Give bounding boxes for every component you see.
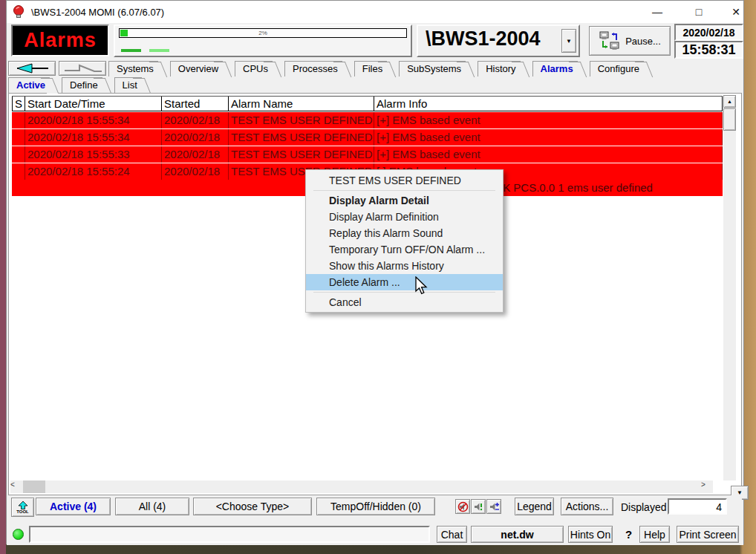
window-title: \BWS1-2004 MOMI (6.07/6.07) [31,7,164,18]
column-header-name: Alarm Name [229,97,374,111]
momi-window: \BWS1-2004 MOMI (6.07/6.07) — □ ✕ Alarms… [6,0,744,544]
scroll-up-icon: ▲ [727,99,732,104]
status-light-icon [13,529,24,540]
close-button[interactable]: ✕ [721,1,751,23]
maximize-button[interactable]: □ [684,1,714,23]
back-arrow-icon [11,62,53,74]
column-header-info: Alarm Info [374,97,723,111]
question-mark-label[interactable]: ? [625,528,632,541]
tab-subsystems[interactable]: SubSystems [399,61,466,76]
chevron-down-icon: ▼ [566,38,572,45]
menu-item-cancel[interactable]: Cancel [306,294,503,310]
displayed-label: Displayed [621,501,666,513]
menu-item-replay-alarm-sound[interactable]: Replay this Alarm Sound [306,225,503,241]
minimize-icon: — [652,6,662,18]
alarm-row[interactable]: 2020/02/18 15:55:34 2020/02/18 TEST EMS … [12,129,723,146]
scroll-right-icon: > [701,480,706,489]
scroll-left-button[interactable]: < [10,480,22,493]
vertical-scroll-thumb[interactable] [723,108,736,131]
sound-on-button[interactable] [471,499,486,514]
main-tab-row: Systems Overview CPUs Processes Files Su… [7,60,743,76]
print-screen-button[interactable]: Print Screen [677,526,739,543]
tab-cpus[interactable]: CPUs [235,61,273,76]
menu-item-display-alarm-definition[interactable]: Display Alarm Definition [306,209,503,225]
datetime-panel: 2020/02/18 15:58:31 [674,24,743,59]
help-button[interactable]: Help [639,526,670,543]
tool-label: TOOL [16,509,29,514]
chat-button[interactable]: Chat [437,526,467,543]
filter-tempoff-hidden-button[interactable]: TempOff/Hidden (0) [316,498,435,515]
sound-add-icon [489,501,500,512]
legend-button[interactable]: Legend [515,498,554,515]
column-header-start: Start Date/Time [25,97,162,111]
system-name: \BWS1-2004 [426,27,541,50]
tab-configure[interactable]: Configure [590,61,644,76]
scroll-right-button[interactable]: > [701,480,713,493]
sub-tab-row: Active Define List [7,76,743,93]
tab-alarms[interactable]: Alarms [532,61,578,76]
horizontal-scrollbar[interactable]: < > [10,480,713,493]
progress-bar: 2% [119,28,407,38]
activity-dash-1 [121,49,141,52]
back-arrow-button[interactable] [8,61,56,76]
footer-controls: TOOL Active (4) All (4) <Choose Type> Te… [8,495,742,518]
actions-button[interactable]: Actions... [561,498,613,515]
filter-active-button[interactable]: Active (4) [36,498,111,515]
pause-label: Pause... [625,36,661,47]
status-message-field [29,526,430,543]
context-menu-title: TEST EMS USER DEFINED [306,172,503,189]
system-dropdown-button[interactable]: ▼ [561,29,576,53]
subtab-active[interactable]: Active [8,77,50,93]
tab-files[interactable]: Files [354,61,387,76]
pause-button[interactable]: Pause... [589,26,671,56]
displayed-count: 4 [668,498,727,515]
alarms-indicator[interactable]: Alarms [11,25,109,56]
tab-processes[interactable]: Processes [284,61,342,76]
step-line-icon [62,62,103,74]
app-lightbulb-icon [12,4,25,19]
sound-on-icon [473,501,484,512]
filter-all-button[interactable]: All (4) [115,498,189,515]
menu-item-show-alarms-history[interactable]: Show this Alarms History [306,258,503,274]
tab-systems[interactable]: Systems [108,61,158,76]
tool-button[interactable]: TOOL [11,498,34,517]
trend-line-button[interactable] [59,61,106,76]
subtab-define[interactable]: Define [62,77,102,93]
progress-percent: 2% [120,29,406,37]
column-header-started: Started [162,97,229,111]
menu-separator [313,292,495,293]
minimize-button[interactable]: — [642,1,672,23]
date-display: 2020/02/18 [674,24,743,41]
menu-item-delete-alarm[interactable]: Delete Alarm ... [306,274,503,290]
horizontal-scroll-thumb[interactable] [23,480,45,493]
netdw-button[interactable]: net.dw [471,526,564,543]
alarm-context-menu: TEST EMS USER DEFINED Display Alarm Deta… [305,169,504,313]
menu-item-display-alarm-detail[interactable]: Display Alarm Detail [306,192,503,209]
close-icon: ✕ [731,6,740,18]
sound-off-icon [457,501,469,512]
column-header-s: S [12,97,25,111]
alarm-row[interactable]: 2020/02/18 15:55:33 2020/02/18 TEST EMS … [12,146,723,163]
tab-history[interactable]: History [478,61,520,76]
vertical-scrollbar[interactable]: ▲ [723,95,736,480]
title-bar: \BWS1-2004 MOMI (6.07/6.07) [7,1,743,23]
scroll-left-icon: < [10,480,15,489]
sound-off-button[interactable] [455,499,470,514]
system-selector[interactable]: \BWS1-2004 ▼ [417,25,580,57]
menu-item-temporary-turn-off-on[interactable]: Temporary Turn OFF/ON Alarm ... [306,241,503,258]
mouse-cursor [414,276,428,296]
toolbar: Alarms 2% \BWS1-2004 ▼ [7,23,743,60]
table-header: S Start Date/Time Started Alarm Name Ala… [12,96,723,111]
alarms-indicator-label: Alarms [24,29,97,52]
subtab-list[interactable]: List [114,77,142,93]
tab-overview[interactable]: Overview [170,61,223,76]
alarm-row[interactable]: 2020/02/18 15:55:34 2020/02/18 TEST EMS … [12,112,723,128]
menu-separator [313,190,495,191]
filter-choose-type-button[interactable]: <Choose Type> [193,498,312,515]
scroll-up-button[interactable]: ▲ [723,95,736,108]
sync-computers-icon [599,30,621,51]
hints-on-button[interactable]: Hints On [568,526,613,543]
maximize-icon: □ [696,6,702,18]
progress-panel: 2% [114,25,412,57]
sound-add-button[interactable] [486,499,501,514]
